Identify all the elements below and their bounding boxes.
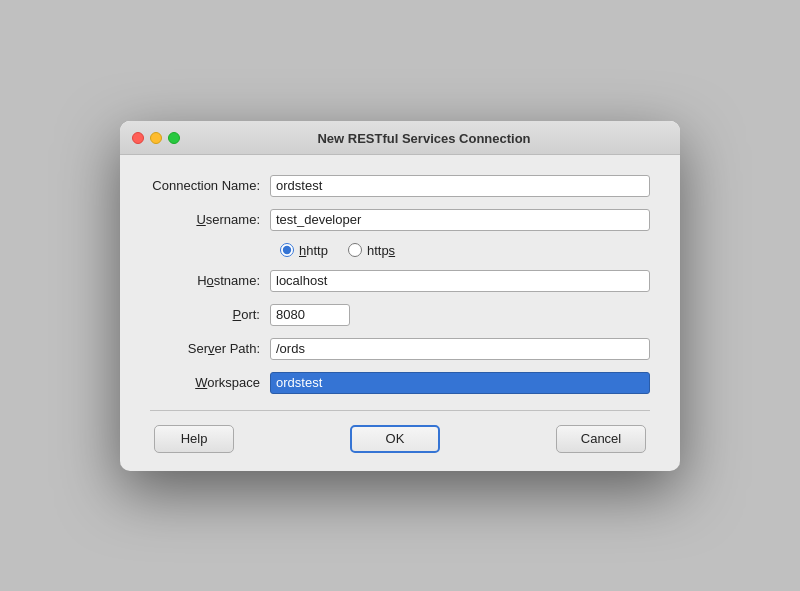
title-bar: New RESTful Services Connection	[120, 121, 680, 155]
server-path-row: Server Path:	[150, 338, 650, 360]
server-path-label: Server Path:	[150, 341, 270, 356]
workspace-row: Workspace	[150, 372, 650, 394]
button-row: Help OK Cancel	[150, 425, 650, 453]
cancel-button[interactable]: Cancel	[556, 425, 646, 453]
help-button[interactable]: Help	[154, 425, 234, 453]
protocol-row: hhttp https	[150, 243, 650, 258]
dialog-body: Connection Name: Username: hhttp https	[120, 155, 680, 471]
close-button[interactable]	[132, 132, 144, 144]
maximize-button[interactable]	[168, 132, 180, 144]
ok-button[interactable]: OK	[350, 425, 440, 453]
dialog: New RESTful Services Connection Connecti…	[120, 121, 680, 471]
divider	[150, 410, 650, 411]
connection-name-label: Connection Name:	[150, 178, 270, 193]
https-radio[interactable]	[348, 243, 362, 257]
workspace-input[interactable]	[270, 372, 650, 394]
dialog-title: New RESTful Services Connection	[180, 131, 668, 146]
connection-name-input[interactable]	[270, 175, 650, 197]
workspace-label: Workspace	[150, 375, 270, 390]
https-label: https	[367, 243, 395, 258]
username-row: Username:	[150, 209, 650, 231]
http-radio[interactable]	[280, 243, 294, 257]
http-option[interactable]: hhttp	[280, 243, 328, 258]
http-label: hhttp	[299, 243, 328, 258]
server-path-input[interactable]	[270, 338, 650, 360]
hostname-row: Hostname:	[150, 270, 650, 292]
connection-name-row: Connection Name:	[150, 175, 650, 197]
port-row: Port:	[150, 304, 650, 326]
username-label: Username:	[150, 212, 270, 227]
https-option[interactable]: https	[348, 243, 395, 258]
minimize-button[interactable]	[150, 132, 162, 144]
hostname-input[interactable]	[270, 270, 650, 292]
hostname-label: Hostname:	[150, 273, 270, 288]
username-input[interactable]	[270, 209, 650, 231]
port-input[interactable]	[270, 304, 350, 326]
window-controls	[132, 132, 180, 144]
port-label: Port:	[150, 307, 270, 322]
